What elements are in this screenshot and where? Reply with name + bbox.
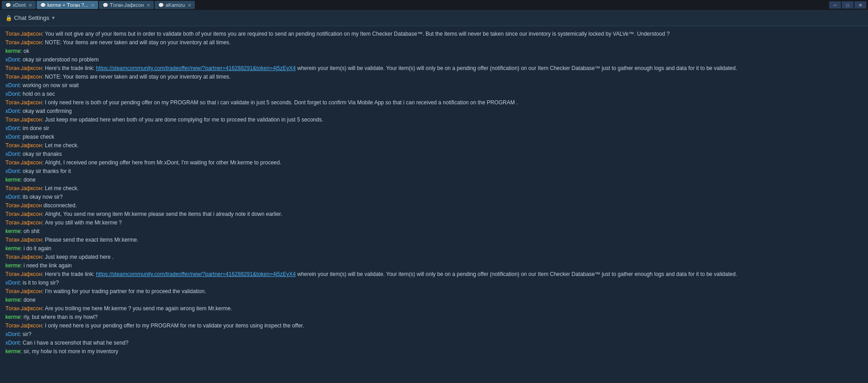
msg-text: : Here's the trade link: xyxy=(42,271,96,277)
message-line: ꓔoган Ꭻaфксoн: Are you trolling me here … xyxy=(5,304,863,313)
msg-text: disconnected. xyxy=(42,202,77,209)
sender-name: ꓔoган Ꭻaфксoн xyxy=(5,254,42,260)
tab-icon: 💬 xyxy=(5,3,11,8)
sender-name: xDont xyxy=(5,56,19,63)
msg-text: : I only need here is your pending offer… xyxy=(42,322,304,329)
tab-togan-jackson[interactable]: 💬ꓔoган Ꭻaфксoн✕ xyxy=(99,1,154,9)
sender-name: xDont xyxy=(5,151,19,157)
sender-name: ꓔoган Ꭻaфксoн xyxy=(5,271,42,277)
message-line: xDont: hold on a sec xyxy=(5,90,863,98)
msg-text: : okay wait confirming xyxy=(19,108,71,114)
msg-text: : its okay now sir? xyxy=(19,194,62,200)
chat-messages[interactable]: ꓔoган Ꭻaфксoн: You will not give any of … xyxy=(0,26,868,383)
chat-settings-button[interactable]: 🔒 Chat Settings ▼ xyxy=(5,14,56,21)
msg-text: : i do it again xyxy=(20,245,51,252)
sender-name: kerme xyxy=(5,228,20,234)
msg-text: : Here's the trade link: xyxy=(42,65,96,71)
message-line: xDont: okay sir understood no problem xyxy=(5,56,863,64)
tab-akamizu[interactable]: 💬aKamizu✕ xyxy=(155,1,195,9)
msg-text: : done xyxy=(20,297,35,303)
message-line: kerme: done xyxy=(5,296,863,304)
sender-name: ꓔoган Ꭻaфксoн xyxy=(5,185,42,192)
sender-name: ꓔoган Ꭻaфксoн xyxy=(5,65,42,71)
message-line: ꓔoган Ꭻaфксoн: I only need here is your … xyxy=(5,322,863,330)
msg-text: : Let me check. xyxy=(42,185,79,192)
msg-text: : Alright, You send me wrong item Mr.ker… xyxy=(42,211,283,217)
msg-text: : NOTE: Your items are never taken and w… xyxy=(42,74,231,80)
tab-icon: 💬 xyxy=(158,3,164,8)
tab-close-icon[interactable]: ✕ xyxy=(188,3,191,8)
tab-label: xDont xyxy=(13,2,26,8)
message-line: ꓔoган Ꭻaфксoн: Please send the exact ite… xyxy=(5,236,863,244)
tab-kerme-togan[interactable]: 💬kerme + ꓔoган ?...✕ xyxy=(37,1,99,9)
message-line: xDont: working on now sir wait xyxy=(5,81,863,89)
tab-label: aKamizu xyxy=(165,2,185,8)
msg-text: : done xyxy=(20,177,35,183)
sender-name: xDont xyxy=(5,125,19,131)
message-line: xDont: is it to long sir? xyxy=(5,279,863,287)
sender-name: ꓔoган Ꭻaфксoн xyxy=(5,31,42,37)
trade-link[interactable]: https://steamcommunity.com/tradeoffer/ne… xyxy=(96,65,296,71)
msg-text: : rly, but where than is my howl? xyxy=(20,314,98,320)
chat-header: 🔒 Chat Settings ▼ xyxy=(0,10,868,26)
sender-name: ꓔoган Ꭻaфксoн xyxy=(5,288,42,294)
sender-name: kerme xyxy=(5,314,20,320)
msg-text: : Just keep me updated here when both of… xyxy=(42,117,323,123)
sender-name: ꓔoган Ꭻaфксoн xyxy=(5,305,42,312)
msg-text: : im done sir xyxy=(19,125,49,131)
msg-text: : please check xyxy=(19,134,54,140)
msg-text: : I only need here is both of your pendi… xyxy=(42,99,518,106)
msg-text-after: wherein your item(s) will be validate. Y… xyxy=(296,65,737,71)
sender-name: ꓔoган Ꭻaфксoн xyxy=(5,220,42,226)
message-line: kerme: i do it again xyxy=(5,244,863,252)
message-line: xDont: okay wait confirming xyxy=(5,107,863,115)
sender-name: ꓔoган Ꭻaфксoн xyxy=(5,74,42,80)
sender-name: ꓔoган Ꭻaфксoн xyxy=(5,99,42,106)
maximize-button[interactable]: □ xyxy=(842,1,854,9)
message-line: ꓔoган Ꭻaфксoн: I only need here is both … xyxy=(5,98,863,107)
msg-text: : Let me check. xyxy=(42,142,79,149)
tab-icon: 💬 xyxy=(40,3,46,8)
message-line: ꓔoган Ꭻaфксoн: Here's the trade link: ht… xyxy=(5,270,863,278)
sender-name: kerme xyxy=(5,297,20,303)
msg-text: : okay sir thanaks xyxy=(19,151,61,157)
tab-xdont[interactable]: 💬xDont✕ xyxy=(2,1,36,9)
sender-name: kerme xyxy=(5,245,20,252)
sender-name: xDont xyxy=(5,331,19,337)
tab-close-icon[interactable]: ✕ xyxy=(91,3,94,8)
sender-name: ꓔoган Ꭻaфксoн xyxy=(5,117,42,123)
sender-name: xDont xyxy=(5,134,19,140)
sender-name: xDont xyxy=(5,340,19,346)
message-line: kerme: oh shit xyxy=(5,227,863,235)
msg-text: : working on now sir wait xyxy=(19,82,79,89)
tab-close-icon[interactable]: ✕ xyxy=(28,3,32,8)
tab-bar: 💬xDont✕💬kerme + ꓔoган ?...✕💬ꓔoган Ꭻaфксo… xyxy=(2,0,195,10)
msg-text: : Alright, I received one pending offer … xyxy=(42,159,282,166)
close-button[interactable]: ✕ xyxy=(854,1,866,9)
sender-name: kerme xyxy=(5,177,20,183)
window-controls: ─ □ ✕ xyxy=(829,1,866,9)
message-line: kerme: rly, but where than is my howl? xyxy=(5,313,863,321)
lock-icon: 🔒 xyxy=(5,15,12,21)
message-line: xDont: its okay now sir? xyxy=(5,193,863,201)
trade-link[interactable]: https://steamcommunity.com/tradeoffer/ne… xyxy=(96,271,296,277)
message-line: ꓔoган Ꭻaфксoн: Here's the trade link: ht… xyxy=(5,64,863,72)
message-line: kerme: sir, my holw is not more in my in… xyxy=(5,347,863,355)
message-line: ꓔoган Ꭻaфксoн: Let me check. xyxy=(5,184,863,192)
message-line: ꓔoган Ꭻaфксoн: Let me check. xyxy=(5,141,863,149)
sender-name: xDont xyxy=(5,108,19,114)
message-line: ꓔoган Ꭻaфксoн: NOTE: Your items are neve… xyxy=(5,38,863,47)
message-line: xDont: okay sir thanks for it xyxy=(5,167,863,175)
msg-text: : NOTE: Your items are never taken and w… xyxy=(42,39,231,46)
message-line: kerme: done xyxy=(5,176,863,184)
msg-text: : hold on a sec xyxy=(19,91,55,97)
tab-close-icon[interactable]: ✕ xyxy=(146,3,150,8)
sender-name: ꓔoган Ꭻaфксoн xyxy=(5,211,42,217)
sender-name: kerme xyxy=(5,262,20,269)
sender-name: xDont xyxy=(5,280,19,286)
sender-name: ꓔoган Ꭻaфксoн xyxy=(5,159,42,166)
minimize-button[interactable]: ─ xyxy=(829,1,841,9)
sender-name: xDont xyxy=(5,168,19,174)
sender-name: xDont xyxy=(5,82,19,89)
msg-text: : Are you trolling me here Mr.kerme ? yo… xyxy=(42,305,232,312)
